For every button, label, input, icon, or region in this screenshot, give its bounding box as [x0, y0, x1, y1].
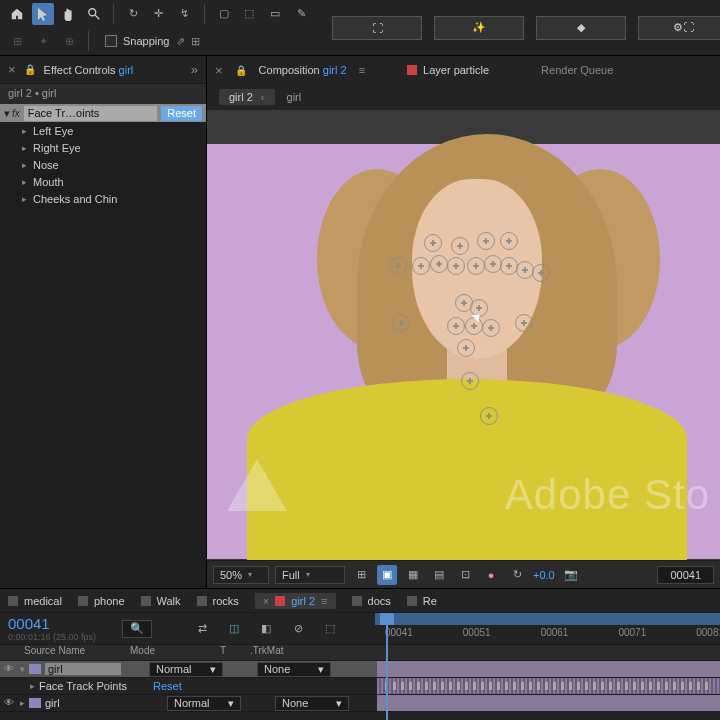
transparency-grid-icon[interactable]: ⊞ — [351, 565, 371, 585]
zoom-tool[interactable] — [83, 3, 105, 25]
layer-particle-tab[interactable]: Layer particle — [407, 64, 489, 76]
face-track-point[interactable] — [451, 237, 469, 255]
mode-wand-button[interactable]: ✨ — [434, 16, 524, 40]
face-track-point[interactable] — [500, 257, 518, 275]
timeline-tab[interactable]: rocks — [197, 595, 239, 607]
shape-tool[interactable]: ▭ — [264, 3, 286, 25]
panel-menu-icon[interactable]: » — [191, 62, 198, 77]
timeline-property-row[interactable]: ▸ Face Track Points Reset — [0, 678, 720, 695]
snap-opt-icon[interactable]: ⇗ — [176, 35, 185, 48]
roi-icon[interactable]: ▦ — [403, 565, 423, 585]
face-track-point[interactable] — [477, 232, 495, 250]
chevron-down-icon[interactable]: ▾ — [20, 664, 25, 674]
close-icon[interactable]: × — [8, 62, 16, 77]
timeline-layer-row[interactable]: 👁 ▸ girl Normal▾ None▾ — [0, 695, 720, 712]
effect-header[interactable]: ▾ fx Face Tr…oints Reset — [0, 104, 206, 122]
trkmat-dropdown[interactable]: None▾ — [275, 696, 349, 711]
breadcrumb-active[interactable]: girl 2‹ — [219, 89, 275, 105]
guides-icon[interactable]: ⊡ — [455, 565, 475, 585]
face-track-point[interactable] — [467, 257, 485, 275]
pen-tool[interactable]: ✎ — [290, 3, 312, 25]
face-track-point[interactable] — [412, 257, 430, 275]
timecode-display[interactable]: 00041 — [657, 566, 714, 584]
col-mode[interactable]: Mode — [120, 645, 220, 660]
visibility-icon[interactable]: 👁 — [4, 663, 16, 675]
grid-icon[interactable]: ▤ — [429, 565, 449, 585]
col-source[interactable]: Source Name — [0, 645, 120, 660]
effect-toggle-arrow[interactable]: ▾ — [4, 107, 10, 120]
composition-link[interactable]: girl 2 — [323, 64, 347, 76]
shy-icon[interactable]: ◧ — [256, 619, 276, 639]
exposure-value[interactable]: +0.0 — [533, 569, 555, 581]
comp-flowchart-icon[interactable]: ⇄ — [192, 619, 212, 639]
reset-exposure-icon[interactable]: ↻ — [507, 565, 527, 585]
resolution-dropdown[interactable]: Full▾ — [275, 566, 345, 584]
draft3d-icon[interactable]: ◫ — [224, 619, 244, 639]
keyframe-track[interactable] — [377, 678, 720, 694]
timeline-tab[interactable]: docs — [352, 595, 391, 607]
breadcrumb-item[interactable]: girl — [287, 91, 302, 103]
timeline-layer-row[interactable]: 👁 ▾ girl Normal▾ None▾ — [0, 661, 720, 678]
timeline-ruler[interactable]: 00041 00051 00061 00071 00081 — [375, 613, 720, 645]
frame-blend-icon[interactable]: ⊘ — [288, 619, 308, 639]
blend-mode-dropdown[interactable]: Normal▾ — [167, 696, 241, 711]
rect-tool[interactable]: ▢ — [213, 3, 235, 25]
face-track-point[interactable] — [532, 264, 550, 282]
trkmat-dropdown[interactable]: None▾ — [257, 662, 331, 677]
effect-item-cheeks[interactable]: ▸Cheeks and Chin — [0, 190, 206, 207]
face-track-point[interactable] — [457, 339, 475, 357]
panel-menu-icon[interactable]: ≡ — [359, 64, 365, 76]
anchor-tool[interactable]: ✛ — [148, 3, 170, 25]
layer-name[interactable]: girl — [45, 663, 121, 675]
channel-icon[interactable]: ● — [481, 565, 501, 585]
lock-icon[interactable]: 🔒 — [235, 65, 247, 76]
viewport[interactable]: Adobe Sto — [207, 110, 720, 560]
mask-tool[interactable]: ⬚ — [238, 3, 260, 25]
mode-bounds-button[interactable]: ⛶ — [332, 16, 422, 40]
selection-tool[interactable] — [32, 3, 54, 25]
blend-mode-dropdown[interactable]: Normal▾ — [149, 662, 223, 677]
render-queue-tab[interactable]: Render Queue — [541, 64, 613, 76]
col-trkmat[interactable]: .TrkMat — [240, 645, 350, 660]
composition-canvas[interactable]: Adobe Sto — [207, 144, 720, 559]
close-icon[interactable]: × — [215, 63, 223, 78]
timeline-tab[interactable]: medical — [8, 595, 62, 607]
effect-item-nose[interactable]: ▸Nose — [0, 156, 206, 173]
effect-reset-button[interactable]: Reset — [161, 106, 202, 121]
snapping-toggle[interactable]: Snapping ⇗ ⊞ — [105, 35, 200, 48]
fx-icon[interactable]: fx — [12, 108, 20, 119]
effect-item-right-eye[interactable]: ▸Right Eye — [0, 139, 206, 156]
timeline-tab-active[interactable]: ×girl 2≡ — [255, 593, 336, 609]
behind-tool[interactable]: ↯ — [174, 3, 196, 25]
home-icon[interactable] — [6, 3, 28, 25]
face-track-point[interactable] — [447, 257, 465, 275]
mode-keyframe-button[interactable]: ◆ — [536, 16, 626, 40]
chevron-right-icon[interactable]: ▸ — [20, 698, 25, 708]
effects-comp-link[interactable]: girl — [119, 64, 134, 76]
clone-tool[interactable]: ⊕ — [58, 30, 80, 52]
puppet-tool[interactable]: ✦ — [32, 30, 54, 52]
zoom-dropdown[interactable]: 50%▾ — [213, 566, 269, 584]
chevron-right-icon[interactable]: ▸ — [30, 681, 35, 691]
mask-toggle-icon[interactable]: ▣ — [377, 565, 397, 585]
col-t[interactable]: T — [220, 645, 240, 660]
face-track-point[interactable] — [389, 257, 407, 275]
current-frame[interactable]: 00041 — [8, 615, 96, 632]
effect-item-left-eye[interactable]: ▸Left Eye — [0, 122, 206, 139]
face-track-point[interactable] — [447, 317, 465, 335]
timeline-tab[interactable]: phone — [78, 595, 125, 607]
face-track-point[interactable] — [392, 314, 410, 332]
snap-grid-icon[interactable]: ⊞ — [191, 35, 200, 48]
face-track-point[interactable] — [515, 314, 533, 332]
face-track-point[interactable] — [461, 372, 479, 390]
visibility-icon[interactable]: 👁 — [4, 697, 16, 709]
face-track-point[interactable] — [482, 319, 500, 337]
axis-tool[interactable]: ⊞ — [6, 30, 28, 52]
reset-link[interactable]: Reset — [153, 680, 182, 692]
timeline-tab[interactable]: Re — [407, 595, 437, 607]
layer-duration-bar[interactable] — [377, 661, 720, 677]
snapshot-icon[interactable]: 📷 — [561, 565, 581, 585]
face-track-point[interactable] — [424, 234, 442, 252]
effect-item-mouth[interactable]: ▸Mouth — [0, 173, 206, 190]
face-track-point[interactable] — [480, 407, 498, 425]
